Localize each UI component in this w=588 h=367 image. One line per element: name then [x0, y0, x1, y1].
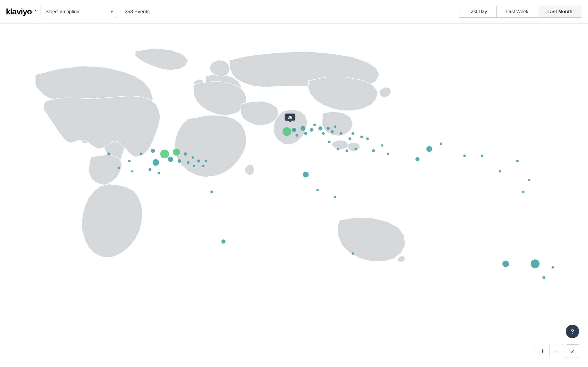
map-controls: ? + − ⤢: [536, 325, 579, 358]
map-container[interactable]: 36 ? + − ⤢: [0, 24, 588, 367]
select-wrapper: Select an option ▾: [41, 6, 117, 17]
zoom-out-button[interactable]: −: [549, 344, 563, 358]
event-count: 253 Events: [125, 9, 150, 15]
zoom-controls: + −: [536, 344, 563, 358]
option-select[interactable]: Select an option: [41, 6, 117, 17]
header: klaviyo Select an option ▾ 253 Events La…: [0, 0, 588, 24]
zoom-in-button[interactable]: +: [536, 344, 549, 358]
logo: klaviyo: [6, 7, 32, 16]
expand-button[interactable]: ⤢: [566, 344, 579, 358]
last-day-button[interactable]: Last Day: [459, 6, 497, 17]
help-button[interactable]: ?: [566, 325, 579, 338]
last-week-button[interactable]: Last Week: [497, 6, 538, 17]
last-month-button[interactable]: Last Month: [538, 6, 582, 17]
zoom-expand-row: + − ⤢: [536, 344, 579, 358]
time-button-group: Last Day Last Week Last Month: [459, 6, 582, 18]
world-map-svg: [0, 24, 588, 367]
